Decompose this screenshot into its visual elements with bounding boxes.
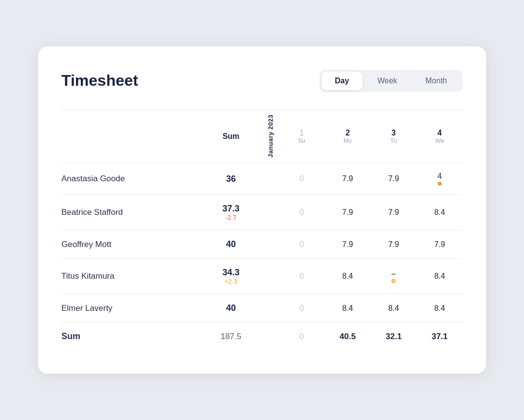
table-header-row: Sum January 2023 1 Su 2 Mo 3 Tu [61,110,463,163]
table-row: Anastasia Goode 36 0 7.9 7.9 4 [61,163,463,195]
employee-name: Elmer Laverty [61,294,199,323]
card-header: Timesheet Day Week Month [61,70,463,92]
day-cell: 0 [279,195,324,230]
day-4-header: 4 We [417,110,463,163]
day-cell: 4 [417,163,463,195]
timesheet-card: Timesheet Day Week Month Sum January [38,46,486,374]
day-cell: 8.4 [371,294,416,323]
footer-day-cell: 0 [279,323,324,351]
sum-value: 34.3 +2.3 [199,259,262,294]
footer-day-cell: 40.5 [325,323,371,351]
day-cell: 8.4 [325,259,371,294]
footer-day-cell: 32.1 [371,323,416,351]
employee-name: Anastasia Goode [61,163,199,195]
name-column-header [61,110,199,163]
table-row: Geoffrey Mott 40 0 7.9 7.9 7.9 [61,230,463,259]
footer-total: 187.5 [199,323,262,351]
timesheet-table: Sum January 2023 1 Su 2 Mo 3 Tu [61,110,463,350]
day-3-header: 3 Tu [371,110,416,163]
toggle-day-button[interactable]: Day [321,72,363,90]
table-wrapper: Sum January 2023 1 Su 2 Mo 3 Tu [61,110,463,350]
day-cell: 8.4 [325,294,371,323]
employee-name: Geoffrey Mott [61,230,199,259]
table-row: Beatrice Stafford 37.3 -2.7 0 7.9 7.9 8.… [61,195,463,230]
footer-label: Sum [61,323,199,351]
footer-day-cell: 37.1 [417,323,463,351]
month-cell [262,163,279,195]
sum-value: 40 [199,230,262,259]
day-cell: 0 [279,294,324,323]
month-column-header: January 2023 [262,110,279,163]
view-toggle-group: Day Week Month [319,70,463,92]
sum-value: 36 [199,163,262,195]
table-footer-row: Sum 187.5 0 40.5 32.1 37.1 [61,323,463,351]
day-cell: 0 [279,163,324,195]
month-cell [262,230,279,259]
day-cell: 0 [279,259,324,294]
day-cell: 7.9 [325,163,371,195]
employee-name: Beatrice Stafford [61,195,199,230]
footer-month-cell [262,323,279,351]
orange-dot-icon [438,182,442,186]
orange-outline-dot-icon [392,279,395,283]
day-cell: 7.9 [417,230,463,259]
day-cell: 7.9 [371,195,416,230]
page-title: Timesheet [61,72,138,90]
day-cell: 8.4 [417,294,463,323]
sum-value: 40 [199,294,262,323]
table-row: Elmer Laverty 40 0 8.4 8.4 8.4 [61,294,463,323]
sum-column-header: Sum [199,110,262,163]
table-row: Titus Kitamura 34.3 +2.3 0 8.4 – 8.4 [61,259,463,294]
sum-value: 37.3 -2.7 [199,195,262,230]
month-cell [262,195,279,230]
toggle-week-button[interactable]: Week [364,72,411,90]
day-cell: 7.9 [371,163,416,195]
toggle-month-button[interactable]: Month [412,72,461,90]
day-2-header: 2 Mo [325,110,371,163]
month-cell [262,259,279,294]
day-cell: 7.9 [325,230,371,259]
day-cell: 8.4 [417,259,463,294]
day-cell: – [371,259,416,294]
day-cell: 8.4 [417,195,463,230]
employee-name: Titus Kitamura [61,259,199,294]
day-cell: 7.9 [325,195,371,230]
day-1-header: 1 Su [279,110,324,163]
day-cell: 0 [279,230,324,259]
day-cell: 7.9 [371,230,416,259]
month-cell [262,294,279,323]
